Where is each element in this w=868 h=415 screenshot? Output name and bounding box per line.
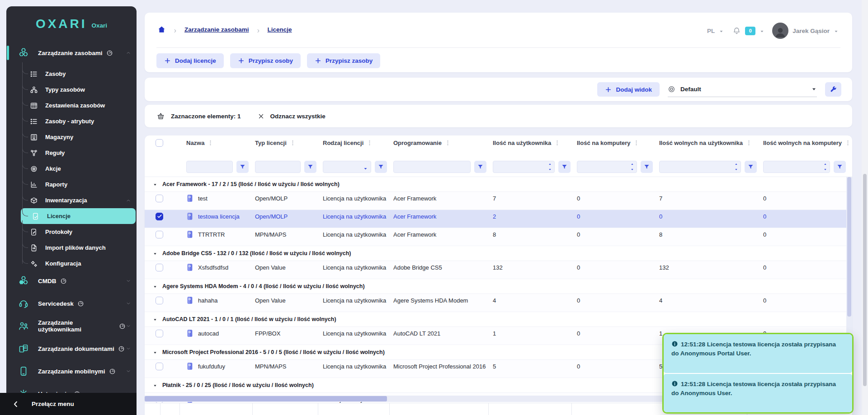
toast-notification[interactable]: 12:51:28 Licencja testowa licencja zosta… (664, 334, 852, 373)
table-vertical-scrollbar-thumb[interactable] (847, 177, 851, 317)
toast-notification[interactable]: 12:51:28 Licencja testowa licencja zosta… (664, 374, 852, 413)
spinner-icons[interactable] (630, 163, 634, 171)
page-scrollbar-thumb[interactable] (863, 174, 867, 386)
license-name-cell[interactable]: test (186, 194, 255, 202)
deselect-x-icon[interactable] (258, 113, 264, 120)
sidebar-section-4[interactable]: Zarządzanie dokumentami (6, 339, 137, 358)
group-header-row[interactable]: Agere Systems HDA Modem - 4 / 0 / 4 (Ilo… (145, 279, 852, 294)
home-icon[interactable] (157, 25, 166, 34)
column-header[interactable]: Nazwa (186, 140, 255, 146)
filter-caret-icon[interactable] (363, 165, 368, 170)
column-menu-icon[interactable] (633, 140, 639, 146)
filter-input[interactable] (493, 161, 555, 173)
license-name-cell[interactable]: autocad (186, 329, 255, 337)
column-menu-icon[interactable] (554, 140, 560, 146)
column-header[interactable]: Rodzaj licencji (323, 140, 393, 146)
row-checkbox[interactable] (156, 231, 163, 238)
filter-funnel-button[interactable] (745, 161, 757, 173)
avatar[interactable] (772, 23, 788, 39)
sidebar-section-1[interactable]: CMDB (6, 271, 137, 290)
column-header[interactable]: Ilość na użytkownika (493, 140, 577, 146)
assign-assets-button[interactable]: Przypisz zasoby (307, 53, 380, 68)
breadcrumb-section-link[interactable]: Zarządzanie zasobami (184, 26, 249, 33)
sidebar-section-2[interactable]: Servicedesk (6, 294, 137, 313)
column-menu-icon[interactable] (845, 140, 851, 146)
sidebar-section-5[interactable]: Zarządzanie mobilnymi (6, 362, 137, 381)
page-scrollbar[interactable] (862, 0, 868, 415)
sidebar-section-0[interactable]: Zarządzanie zasobami (6, 43, 137, 62)
filter-funnel-button[interactable] (641, 161, 653, 173)
spinner-icons[interactable] (734, 163, 738, 171)
filter-funnel-button[interactable] (474, 161, 486, 173)
spinner-icons[interactable] (823, 163, 827, 171)
column-header[interactable]: Ilość wolnych na użytkownika (659, 140, 763, 146)
license-name-cell[interactable]: hahaha (186, 296, 255, 304)
filter-input[interactable] (659, 161, 741, 173)
column-menu-icon[interactable] (445, 140, 451, 146)
notifications-caret-icon[interactable] (760, 28, 764, 33)
filter-input[interactable] (763, 161, 830, 173)
group-collapse-icon[interactable] (153, 284, 157, 289)
group-collapse-icon[interactable] (153, 383, 157, 387)
filter-funnel-button[interactable] (304, 161, 316, 173)
language-caret-icon[interactable] (719, 28, 724, 33)
language-label[interactable]: PL (707, 28, 715, 34)
filter-funnel-button[interactable] (834, 161, 846, 173)
column-header[interactable]: Typ licencji (255, 140, 323, 146)
sidebar-toggle[interactable]: Przełącz menu (0, 393, 137, 415)
group-header-row[interactable]: Adobe Bridge CS5 - 132 / 0 / 132 (Ilość … (145, 246, 852, 261)
group-collapse-icon[interactable] (153, 182, 157, 187)
filter-input[interactable] (577, 161, 637, 173)
user-caret-icon[interactable] (834, 28, 839, 33)
column-menu-icon[interactable] (208, 140, 213, 146)
table-row[interactable]: testOpen/MOLPLicencja na użytkownikaAcer… (145, 192, 852, 210)
sidebar-item-konfiguracja[interactable]: Konfiguracja (6, 256, 137, 271)
row-checkbox[interactable] (156, 363, 163, 370)
filter-input[interactable] (255, 161, 301, 173)
filter-input[interactable] (393, 161, 471, 173)
column-menu-icon[interactable] (746, 140, 752, 146)
column-header[interactable]: Oprogramowanie (393, 140, 493, 146)
group-header-row[interactable]: AutoCAD LT 2021 - 1 / 0 / 1 (Ilość / Ilo… (145, 312, 852, 327)
column-header[interactable]: Ilość wolnych na komputery (763, 140, 852, 146)
group-collapse-icon[interactable] (153, 251, 157, 256)
bell-icon[interactable] (732, 27, 741, 35)
sidebar-item-licencje[interactable]: Licencje (21, 208, 136, 224)
license-name-cell[interactable]: testowa licencja (186, 212, 255, 220)
spinner-icons[interactable] (548, 163, 552, 171)
filter-funnel-button[interactable] (558, 161, 571, 173)
add-view-button[interactable]: Dodaj widok (597, 82, 660, 97)
group-header-row[interactable]: Acer Framework - 17 / 2 / 15 (Ilość / Il… (145, 177, 852, 192)
group-collapse-icon[interactable] (153, 317, 157, 322)
breadcrumb-page-link[interactable]: Licencje (268, 26, 292, 33)
table-row[interactable]: testowa licencjaOpen/MOLPLicencja na uży… (145, 210, 852, 228)
column-header[interactable]: Ilość na komputery (577, 140, 659, 146)
notifications-badge[interactable]: 0 (745, 27, 755, 35)
table-row[interactable]: hahahaOpen ValueLicencja na użytkownikaA… (145, 294, 852, 312)
assign-people-button[interactable]: Przypisz osoby (230, 53, 301, 68)
table-row[interactable]: XsfsdfsdfsdOpen ValueLicencja na użytkow… (145, 261, 852, 279)
user-name[interactable]: Jarek Gąsior (793, 28, 830, 34)
column-menu-icon[interactable] (290, 140, 296, 146)
group-collapse-icon[interactable] (153, 350, 157, 354)
filter-input[interactable] (186, 161, 233, 173)
row-checkbox[interactable] (156, 195, 163, 202)
view-settings-button[interactable] (825, 82, 841, 97)
column-menu-icon[interactable] (367, 140, 373, 146)
license-name-cell[interactable]: Xsfsdfsdfsd (186, 263, 255, 271)
filter-input[interactable] (323, 161, 371, 173)
filter-funnel-button[interactable] (375, 161, 387, 173)
horizontal-scrollbar-thumb[interactable] (145, 396, 387, 401)
row-checkbox[interactable] (156, 264, 163, 271)
add-license-button[interactable]: Dodaj licencje (156, 53, 224, 68)
filter-funnel-button[interactable] (236, 161, 249, 173)
row-checkbox[interactable] (156, 297, 163, 304)
license-name-cell[interactable]: TTRTRTR (186, 230, 255, 238)
view-selector[interactable]: Default (668, 82, 817, 97)
license-name-cell[interactable]: fukufdufuy (186, 362, 255, 370)
table-row[interactable]: TTRTRTRMPN/MAPSLicencja na użytkownikaAc… (145, 228, 852, 246)
sidebar-section-3[interactable]: Zarządzanie użytkownikami (6, 317, 137, 336)
row-checkbox[interactable] (156, 330, 163, 337)
deselect-all-button[interactable]: Odznacz wszystkie (270, 113, 326, 120)
select-all-checkbox[interactable] (156, 139, 163, 147)
